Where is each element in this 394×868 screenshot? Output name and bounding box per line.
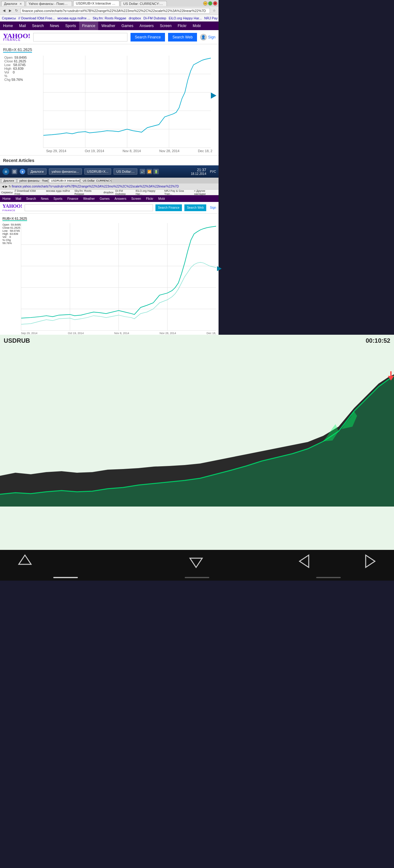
tab-dialogi[interactable]: Диалоги ✕ — [1, 1, 25, 6]
refresh-button[interactable]: ↻ — [14, 9, 19, 12]
mini-tab-usdollar[interactable]: US Dollar: CURRENCY:US... — [81, 179, 111, 183]
nav-right-button[interactable] — [361, 554, 376, 571]
chart-dates: Sep 29, 2014 Oct 19, 2014 Nov 8, 2014 No… — [23, 148, 216, 155]
currency-chart-area[interactable] — [0, 347, 394, 506]
mini-nav-mail[interactable]: Mail — [13, 195, 24, 202]
browser-window-1: Диалоги ✕ Yahoo финансы - Поиск ✕ USDRUB… — [0, 0, 219, 165]
chart-svg — [44, 56, 211, 148]
nav-answers[interactable]: Answers — [136, 22, 157, 30]
mini-tabs: Диалоги yahoo финансы - Поиск USDRUB=X I… — [0, 178, 219, 184]
tab-yahoo-finance[interactable]: Yahoo финансы - Поиск ✕ — [26, 1, 72, 6]
minimize-button[interactable]: ─ — [203, 1, 207, 5]
bookmark-difm[interactable]: Di-FM Dubstep — [143, 16, 166, 20]
nav-home[interactable]: Home — [0, 22, 16, 30]
currency-time: 00:10:52 — [366, 337, 390, 344]
chart-section: RUB=X 61.2625 Open 59.8495 Close 61.2625… — [0, 44, 219, 155]
mini-yahoo-nav: Home Mail Search News Sports Finance Wea… — [0, 195, 219, 202]
bookmarks-bar: Сервисы // Download IObit Free... москва… — [0, 15, 219, 22]
star-button[interactable]: ☆ — [212, 9, 217, 12]
taskbar-lang: РУС — [210, 170, 216, 173]
title-bar: Диалоги ✕ Yahoo финансы - Поиск ✕ USDRUB… — [0, 0, 219, 7]
close-button[interactable]: ✕ — [213, 1, 217, 5]
back-button[interactable]: ◀ — [2, 9, 6, 12]
mini-refresh[interactable]: ↻ — [9, 185, 11, 188]
chart-stats: Open 59.8495 Close 61.2625 Low 58.0745 H… — [3, 56, 23, 155]
mini-search-finance-button[interactable]: Search Finance — [156, 205, 182, 211]
bookmark-dropbox[interactable]: dropbox — [129, 16, 141, 20]
nav-mail[interactable]: Mail — [16, 22, 29, 30]
yahoo-finance-header: YAHOO! FINANCE Search Finance Search Web… — [0, 30, 219, 44]
nav-flickr[interactable]: Flickr — [174, 22, 190, 30]
nav-screen[interactable]: Screen — [157, 22, 174, 30]
taskbar-grid-icon[interactable]: ⊞ — [12, 169, 17, 174]
mini-forward[interactable]: ▶ — [5, 185, 8, 188]
browser-window-2: Диалоги yahoo финансы - Поиск USDRUB=X I… — [0, 178, 219, 335]
battery-icon[interactable]: 🔋 — [153, 169, 159, 174]
mini-nav-news[interactable]: News — [38, 195, 51, 202]
nav-finance[interactable]: Finance — [79, 22, 98, 30]
address-input[interactable] — [21, 8, 210, 13]
indicator-dot-2[interactable] — [185, 577, 209, 578]
volume-icon[interactable]: 🔊 — [140, 169, 145, 174]
mini-nav-weather[interactable]: Weather — [81, 195, 97, 202]
mini-nav-screen[interactable]: Screen — [129, 195, 143, 202]
nav-search[interactable]: Search — [29, 22, 47, 30]
finance-search-input[interactable] — [33, 33, 128, 41]
taskbar-usdollar[interactable]: US Dollar:... — [114, 168, 137, 175]
search-finance-button[interactable]: Search Finance — [131, 33, 165, 41]
mini-tab-dialogi[interactable]: Диалоги — [1, 179, 16, 183]
chart-arrow — [211, 93, 216, 99]
mini-address-bar[interactable]: ◀ ▶ ↻ finance.yahoo.com/echarts?s=usdrub… — [0, 184, 219, 190]
yahoo-logo-container: YAHOO! FINANCE — [3, 33, 30, 41]
taskbar-dialogi[interactable]: Диалоги — [28, 168, 47, 175]
taskbar-usdrub[interactable]: USDRUB=X... — [84, 168, 111, 175]
bookmark-nrj[interactable]: NRJ Pay & Goa Tran... — [204, 16, 219, 20]
mini-tab-usdrub[interactable]: USDRUB=X Interactive... — [49, 179, 80, 183]
window-controls: ─ □ ✕ — [203, 1, 217, 5]
nav-down-button[interactable] — [188, 554, 204, 571]
bookmark-eilo[interactable]: EiLO.org Happy Har... — [169, 16, 202, 20]
right-arrow-icon — [361, 554, 376, 569]
mini-nav-games[interactable]: Games — [97, 195, 112, 202]
indicator-dot-1[interactable] — [53, 577, 78, 578]
tab-close[interactable]: ✕ — [68, 2, 71, 5]
mini-sign-in[interactable]: Sign — [210, 206, 216, 209]
mini-search-web-button[interactable]: Search Web — [185, 205, 206, 211]
indicator-dot-3[interactable] — [316, 577, 341, 578]
taskbar-start-icon[interactable]: ⊞ — [2, 168, 9, 175]
maximize-button[interactable]: □ — [208, 1, 213, 5]
taskbar-chrome-icon[interactable]: ● — [20, 169, 25, 174]
nav-left-button[interactable] — [298, 554, 313, 571]
nav-sports[interactable]: Sports — [62, 22, 79, 30]
nav-news[interactable]: News — [47, 22, 62, 30]
mini-tab-yahoo[interactable]: yahoo финансы - Поиск — [17, 179, 48, 183]
mini-nav-mobi[interactable]: Mobi — [156, 195, 167, 202]
mini-back[interactable]: ◀ — [2, 185, 4, 188]
mini-nav-search[interactable]: Search — [24, 195, 38, 202]
forward-button[interactable]: ▶ — [8, 9, 12, 12]
mini-chart-container: RUB=X 61.2625 Open 59.8495 Close 61.2625… — [0, 214, 219, 335]
bookmark-moscow[interactable]: москва куда пойти ... — [58, 16, 90, 20]
nav-games[interactable]: Games — [118, 22, 137, 30]
mini-nav-answers[interactable]: Answers — [112, 195, 129, 202]
mini-yahoo-header: YAHOO! FINANCE Search Finance Search Web… — [0, 202, 219, 214]
sign-in-button[interactable]: 👤 Sign — [200, 34, 216, 40]
taskbar-yahoo[interactable]: yahoo финансы... — [49, 168, 82, 175]
nav-weather[interactable]: Weather — [98, 22, 118, 30]
mini-nav-sports[interactable]: Sports — [51, 195, 65, 202]
bookmark-skyfm[interactable]: Sky.fm: Roots Reggae — [93, 16, 126, 20]
mini-nav-finance[interactable]: Finance — [65, 195, 81, 202]
mini-nav-flickr[interactable]: Flickr — [143, 195, 156, 202]
nav-mobi[interactable]: Mobi — [190, 22, 204, 30]
bookmark-servisy[interactable]: Сервисы — [2, 16, 16, 20]
tab-usdollar[interactable]: US Dollar: CURRENCY:US... ✕ — [121, 1, 167, 6]
search-web-button[interactable]: Search Web — [168, 33, 197, 41]
chart-area[interactable] — [43, 56, 211, 148]
network-icon[interactable]: 📶 — [146, 169, 152, 174]
bookmark-iobit[interactable]: // Download IObit Free... — [19, 16, 55, 20]
nav-up-button[interactable] — [17, 554, 33, 571]
mini-nav-home[interactable]: Home — [0, 195, 13, 202]
tab-close[interactable]: ✕ — [19, 2, 22, 5]
tab-usdrub-interactive[interactable]: USDRUB=X Interactive St... ✕ — [73, 1, 119, 6]
mini-search-input[interactable] — [25, 205, 153, 211]
